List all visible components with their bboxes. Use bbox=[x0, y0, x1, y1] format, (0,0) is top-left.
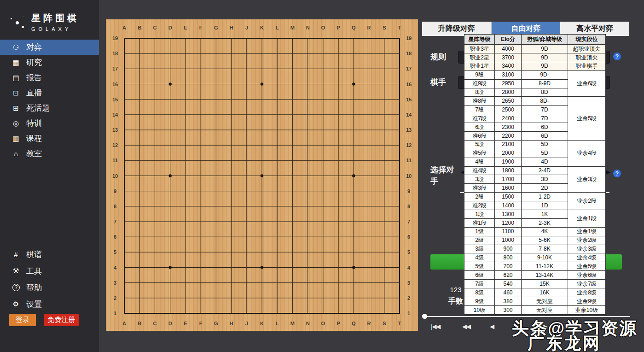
register-button[interactable]: 免费注册 bbox=[44, 314, 79, 326]
galaxy-rank-cell: 准9段 bbox=[464, 79, 495, 88]
opponent-label: 选择对手 bbox=[430, 164, 456, 187]
svg-text:12: 12 bbox=[112, 142, 118, 148]
galaxy-rank-cell: 8级 bbox=[464, 288, 495, 297]
player-label: 棋手 bbox=[430, 77, 446, 88]
real-rank-cell: 业余7级 bbox=[568, 280, 606, 288]
real-rank-cell: 业余2段 bbox=[568, 193, 606, 210]
rank-table-popup: 星阵等级Elo分野狐/弈城等级现实段位职业3星40009D超职业顶尖职业2星37… bbox=[464, 34, 605, 315]
rank-row: 9段31009D-业余6段 bbox=[464, 70, 606, 79]
galaxy-rank-cell: 3段 bbox=[464, 175, 495, 184]
rank-row: 职业2星37009D职业顶尖 bbox=[464, 53, 606, 62]
elo-cell: 1000 bbox=[495, 236, 522, 245]
elo-cell: 1500 bbox=[495, 193, 522, 201]
svg-text:G: G bbox=[214, 321, 218, 326]
live-icon: ⊡ bbox=[12, 89, 20, 97]
real-rank-cell: 业余6级 bbox=[568, 271, 606, 280]
app-window: 星阵围棋 GOLAXY ⚆对弈▦研究▤报告⊡直播⊞死活题◎特训▥课程⌂教室 #棋… bbox=[0, 0, 644, 352]
move-slider-thumb[interactable] bbox=[422, 314, 427, 319]
real-rank-cell: 业余3段 bbox=[568, 166, 606, 193]
classroom-icon: ⌂ bbox=[12, 150, 20, 158]
elo-cell: 2500 bbox=[495, 106, 522, 114]
sidebar-item-settings[interactable]: ⚙设置 bbox=[0, 296, 99, 312]
sidebar-item-research[interactable]: ▦研究 bbox=[0, 55, 99, 70]
svg-text:10: 10 bbox=[112, 173, 118, 179]
svg-text:7: 7 bbox=[407, 219, 410, 224]
svg-text:5: 5 bbox=[114, 249, 116, 255]
logo-title: 星阵围棋 bbox=[31, 12, 79, 24]
sidebar-item-training[interactable]: ◎特训 bbox=[0, 116, 99, 131]
svg-text:Q: Q bbox=[352, 321, 356, 326]
elo-cell: 380 bbox=[495, 297, 522, 305]
rule-help-icon[interactable] bbox=[613, 53, 621, 60]
galaxy-rank-cell: 6级 bbox=[464, 271, 495, 280]
login-button[interactable]: 登录 bbox=[9, 314, 36, 326]
svg-text:O: O bbox=[321, 25, 325, 30]
go-board[interactable]: AABBCCDDEEFFGGHHJJKKLLMMNNOOPPQQRRSSTT19… bbox=[106, 19, 418, 331]
svg-text:D: D bbox=[168, 25, 172, 30]
next-opponent-arrow-icon[interactable] bbox=[605, 168, 611, 175]
playback-step-backward-button[interactable]: ◀ bbox=[490, 323, 494, 330]
sidebar-item-tools[interactable]: ⚒工具 bbox=[0, 263, 99, 279]
rank-row: 职业1星34009D职业棋手 bbox=[464, 62, 606, 70]
svg-text:M: M bbox=[290, 321, 295, 326]
playback-skip-start-button[interactable]: |◀◀ bbox=[431, 323, 440, 330]
sidebar-menu-bottom: #棋谱⚒工具?帮助⚙设置 bbox=[0, 246, 99, 312]
elo-cell: 300 bbox=[495, 305, 522, 314]
galaxy-rank-cell: 准5段 bbox=[464, 149, 495, 158]
galaxy-rank-cell: 准8段 bbox=[464, 97, 495, 106]
svg-text:12: 12 bbox=[406, 142, 412, 148]
real-rank-cell: 业余8级 bbox=[568, 288, 606, 297]
sidebar-item-classroom[interactable]: ⌂教室 bbox=[0, 146, 99, 161]
fox-rank-cell: 5D bbox=[522, 140, 568, 149]
sidebar-item-play[interactable]: ⚆对弈 bbox=[0, 40, 99, 55]
galaxy-rank-cell: 职业2星 bbox=[464, 53, 495, 62]
svg-text:8: 8 bbox=[407, 204, 410, 209]
sidebar-item-live[interactable]: ⊡直播 bbox=[0, 85, 99, 100]
svg-text:15: 15 bbox=[112, 97, 118, 102]
galaxy-rank-cell: 准7段 bbox=[464, 114, 495, 123]
sidebar-item-courses[interactable]: ▥课程 bbox=[0, 131, 99, 146]
svg-text:P: P bbox=[337, 321, 340, 326]
rank-table-header-cell: 星阵等级 bbox=[464, 35, 495, 45]
rule-label: 规则 bbox=[430, 52, 446, 62]
elo-cell: 3400 bbox=[495, 62, 522, 70]
sidebar-item-label: 直播 bbox=[26, 88, 42, 98]
galaxy-rank-cell: 2级 bbox=[464, 236, 495, 245]
galaxy-rank-cell: 职业1星 bbox=[464, 62, 495, 70]
fox-rank-cell: 6D bbox=[522, 131, 568, 140]
svg-text:E: E bbox=[184, 321, 187, 326]
svg-text:T: T bbox=[398, 321, 401, 326]
galaxy-rank-cell: 准4段 bbox=[464, 166, 495, 175]
svg-text:T: T bbox=[398, 25, 401, 30]
sidebar-item-label: 工具 bbox=[26, 266, 42, 276]
rank-row: 6级62013-14K业余6级 bbox=[464, 271, 606, 280]
real-rank-cell: 业余3级 bbox=[568, 245, 606, 253]
opponent-help-icon[interactable] bbox=[613, 170, 621, 177]
svg-text:J: J bbox=[245, 321, 248, 326]
sidebar-item-problems[interactable]: ⊞死活题 bbox=[0, 100, 99, 116]
galaxy-rank-cell: 2段 bbox=[464, 193, 495, 201]
watermark-line2: 广东龙网 bbox=[528, 332, 601, 352]
svg-text:H: H bbox=[230, 321, 233, 326]
elo-cell: 3700 bbox=[495, 53, 522, 62]
sidebar-item-report[interactable]: ▤报告 bbox=[0, 70, 99, 85]
svg-text:18: 18 bbox=[112, 51, 118, 56]
fox-rank-cell: 11-12K bbox=[522, 262, 568, 271]
svg-text:B: B bbox=[138, 321, 141, 326]
svg-text:F: F bbox=[199, 25, 203, 30]
fox-rank-cell: 3D bbox=[522, 175, 568, 184]
svg-text:10: 10 bbox=[406, 173, 412, 179]
sidebar-item-help[interactable]: ?帮助 bbox=[0, 279, 99, 296]
help-icon: ? bbox=[12, 284, 20, 291]
elo-cell: 700 bbox=[495, 262, 522, 271]
sidebar-item-label: 棋谱 bbox=[26, 249, 42, 260]
fox-rank-cell: 4K bbox=[522, 227, 568, 236]
playback-fast-backward-button[interactable]: ◀◀ bbox=[462, 323, 470, 330]
elo-cell: 1600 bbox=[495, 184, 522, 193]
rank-row: 9级380无对应业余9级 bbox=[464, 297, 606, 305]
sidebar-item-records[interactable]: #棋谱 bbox=[0, 246, 99, 263]
elo-cell: 2950 bbox=[495, 79, 522, 88]
fox-rank-cell: 3-4D bbox=[522, 166, 568, 175]
real-rank-cell: 职业棋手 bbox=[568, 62, 606, 70]
galaxy-rank-cell: 6段 bbox=[464, 123, 495, 132]
